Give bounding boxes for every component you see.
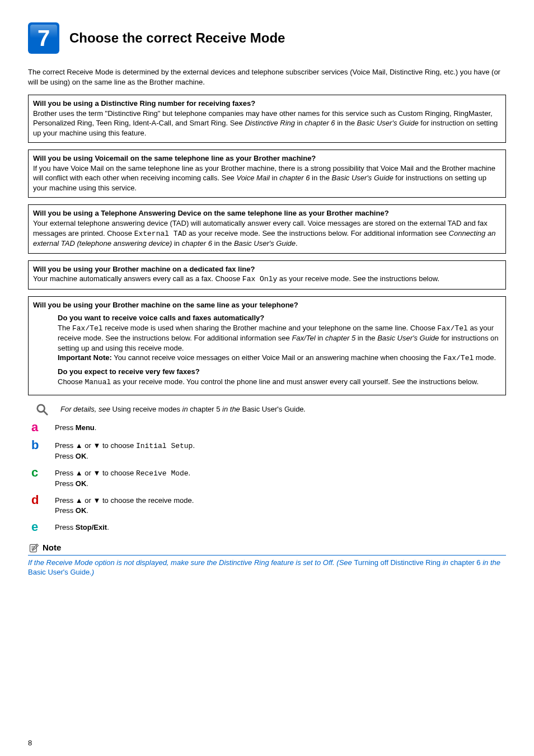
- code-text: Fax/Tel: [437, 324, 468, 333]
- text: .: [193, 441, 195, 450]
- note-body: If the Receive Mode option is not displa…: [28, 558, 506, 577]
- key-label: OK: [76, 506, 87, 515]
- text: The: [58, 324, 72, 332]
- box-heading: Will you be using a Distinctive Ring num…: [33, 99, 501, 109]
- text: For details, see: [60, 405, 113, 413]
- ref-chapter: chapter 6: [450, 558, 480, 567]
- step-body: Press ▲ or ▼ to choose Initial Setup. Pr…: [55, 439, 195, 461]
- ref-title: Fax/Tel: [292, 334, 315, 342]
- text: in the: [355, 334, 377, 342]
- intro-paragraph: The correct Receive Mode is determined b…: [28, 67, 506, 87]
- step-d: d Press ▲ or ▼ to choose the receive mod…: [28, 494, 506, 515]
- text: in: [270, 174, 279, 182]
- text: Choose: [58, 377, 85, 386]
- text: .: [95, 423, 97, 432]
- step-letter: e: [28, 521, 55, 533]
- important-label: Important Note:: [58, 353, 112, 362]
- sub-heading: Do you want to receive voice calls and f…: [58, 313, 501, 323]
- text: mode.: [474, 353, 496, 362]
- text: in: [295, 119, 305, 127]
- box-voicemail: Will you be using Voicemail on the same …: [28, 150, 506, 198]
- text: Press ▲ or ▼ to choose: [55, 441, 136, 450]
- box-tad: Will you be using a Telephone Answering …: [28, 204, 506, 253]
- detail-text: For details, see Using receive modes in …: [60, 403, 306, 414]
- note-header: Note: [28, 542, 506, 555]
- box-heading: Will you be using Voicemail on the same …: [33, 153, 501, 164]
- ref-title: Distinctive Ring: [245, 119, 295, 127]
- step-number-badge: 7: [28, 22, 59, 54]
- step-a: a Press Menu.: [28, 421, 506, 433]
- step-c: c Press ▲ or ▼ to choose Receive Mode. P…: [28, 466, 506, 488]
- key-label: Stop/Exit: [76, 523, 107, 531]
- svg-line-1: [44, 411, 47, 414]
- text: in the: [310, 174, 331, 182]
- step-body: Press ▲ or ▼ to choose the receive mode.…: [55, 494, 194, 515]
- ref-guide: Basic User's Guide: [234, 239, 296, 248]
- magnifier-icon: [36, 403, 50, 416]
- text: Press ▲ or ▼ to choose: [55, 469, 136, 477]
- step-letter: b: [28, 439, 55, 451]
- text: If the Receive Mode option is not displa…: [28, 558, 354, 567]
- text: in the: [220, 405, 242, 413]
- note-block: Note If the Receive Mode option is not d…: [28, 542, 506, 577]
- text: receive mode is used when sharing the Br…: [103, 324, 438, 332]
- box-body: If you have Voice Mail on the same telep…: [33, 164, 501, 193]
- section-header: 7 Choose the correct Receive Mode: [28, 22, 506, 54]
- note-title: Note: [43, 542, 61, 553]
- code-text: Fax Only: [242, 275, 277, 283]
- text: in: [316, 334, 325, 342]
- step-letter: d: [28, 494, 55, 506]
- sub-heading: Do you expect to receive very few faxes?: [58, 367, 501, 377]
- box-heading: Will you be using your Brother machine o…: [33, 264, 501, 274]
- text: .: [86, 479, 88, 488]
- ref-chapter: chapter 5: [190, 405, 220, 413]
- text: Press: [55, 523, 76, 531]
- text: .: [107, 523, 109, 531]
- step-body: Press Menu.: [55, 421, 96, 433]
- sub-body: The Fax/Tel receive mode is used when sh…: [58, 323, 501, 363]
- text: .: [304, 405, 306, 413]
- code-text: Manual: [85, 378, 111, 386]
- ref-chapter: chapter 6: [305, 119, 335, 127]
- ref-chapter: chapter 6: [279, 174, 310, 182]
- note-icon: [28, 543, 40, 554]
- ref-guide: Basic User's Guide: [377, 334, 439, 342]
- text: Press: [55, 506, 76, 515]
- text: Press: [55, 423, 76, 432]
- ref-chapter: chapter 5: [325, 334, 355, 342]
- ref-chapter: chapter 6: [182, 239, 212, 248]
- code-text: Fax/Tel: [72, 324, 103, 333]
- text: You cannot receive voice messages on eit…: [112, 353, 443, 362]
- step-letter: a: [28, 421, 55, 433]
- step-b: b Press ▲ or ▼ to choose Initial Setup. …: [28, 439, 506, 461]
- text: Press: [55, 479, 76, 488]
- step-number: 7: [38, 23, 50, 53]
- text: in: [180, 405, 190, 413]
- text: as your receive mode. See the instructio…: [277, 274, 439, 283]
- step-letter: c: [28, 466, 55, 479]
- text: .: [86, 506, 88, 515]
- key-label: OK: [76, 479, 87, 488]
- code-text: Fax/Tel: [443, 354, 474, 362]
- text: in the: [335, 119, 357, 127]
- box-distinctive-ring: Will you be using a Distinctive Ring num…: [28, 95, 506, 143]
- detail-reference: For details, see Using receive modes in …: [28, 403, 506, 416]
- sub-body: Choose Manual as your receive mode. You …: [58, 377, 501, 388]
- box-same-line-telephone: Will you be using your Brother machine o…: [28, 296, 506, 395]
- step-body: Press ▲ or ▼ to choose Receive Mode. Pre…: [55, 466, 190, 488]
- text: as your receive mode. You control the ph…: [111, 377, 479, 386]
- inner-block-few-faxes: Do you expect to receive very few faxes?…: [58, 367, 501, 387]
- ref-guide: Basic User's Guide: [28, 568, 90, 576]
- code-text: External TAD: [134, 230, 187, 238]
- key-label: Menu: [76, 423, 95, 432]
- key-label: OK: [76, 452, 87, 460]
- section-title: Choose the correct Receive Mode: [69, 29, 285, 47]
- text: .: [296, 239, 298, 248]
- step-list: a Press Menu. b Press ▲ or ▼ to choose I…: [28, 421, 506, 533]
- ref-title: Using receive modes: [113, 405, 180, 413]
- text: in the: [481, 558, 500, 567]
- box-dedicated-fax: Will you be using your Brother machine o…: [28, 260, 506, 290]
- box-body: Brother uses the term "Distinctive Ring"…: [33, 109, 501, 138]
- ref-guide: Basic User's Guide: [332, 174, 394, 182]
- text: in: [441, 558, 450, 567]
